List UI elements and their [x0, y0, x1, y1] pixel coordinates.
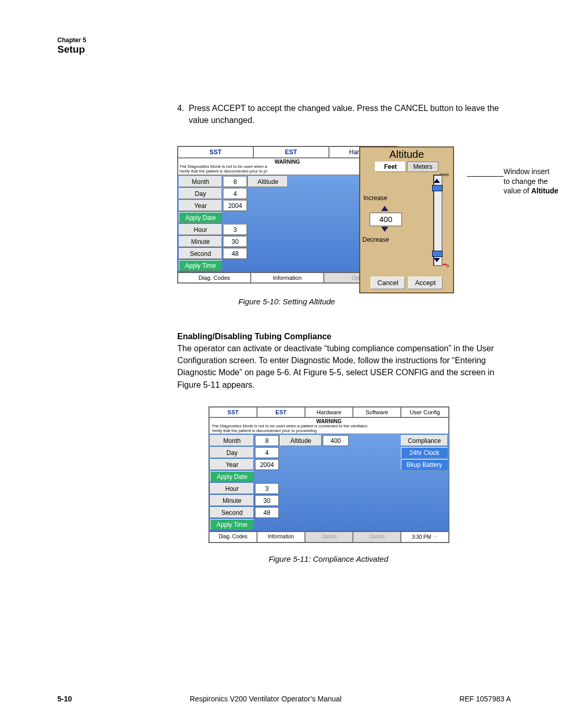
tab2-hardware[interactable]: Hardware — [305, 407, 353, 417]
diag-screen-2: SST EST Hardware Software User Config WA… — [209, 406, 449, 544]
label2-year: Year — [210, 459, 254, 470]
value2-minute[interactable]: 30 — [255, 495, 279, 506]
altitude-slider[interactable]: 9999 0 — [427, 172, 448, 268]
decrease-label: Decrease — [362, 236, 389, 243]
label-month: Month — [179, 176, 222, 187]
figure-5-11: SST EST Hardware Software User Config WA… — [209, 406, 511, 564]
accept-button[interactable]: Accept — [408, 277, 443, 289]
label-year: Year — [179, 200, 222, 211]
tab2-sst[interactable]: SST — [209, 407, 257, 417]
step-number: 4. — [177, 102, 189, 126]
value-hour[interactable]: 3 — [223, 224, 247, 235]
tab2-user-config[interactable]: User Config — [401, 407, 449, 417]
subhead-tubing-compliance: Enabling/Disabling Tubing Compliance — [177, 332, 511, 341]
value2-altitude[interactable]: 400 — [323, 435, 349, 446]
label2-hour: Hour — [210, 483, 254, 494]
slider-down-arrow-icon[interactable] — [434, 258, 440, 262]
bottom2-tab-option-1: Option — [305, 532, 353, 542]
slider-up-arrow-icon[interactable] — [434, 179, 440, 183]
label2-minute: Minute — [210, 495, 254, 506]
value-year[interactable]: 2004 — [223, 200, 247, 211]
label2-day: Day — [210, 447, 254, 458]
value2-day[interactable]: 4 — [255, 447, 279, 458]
bottom2-tab-diag-codes[interactable]: Diag. Codes — [209, 532, 257, 542]
tab2-est[interactable]: EST — [257, 407, 305, 417]
annotation-leader-line — [467, 176, 504, 177]
apply-date-button-2[interactable]: Apply Date — [210, 471, 254, 482]
slider-thumb-upper[interactable] — [432, 185, 443, 191]
label2-month: Month — [210, 435, 254, 446]
compliance-button[interactable]: Compliance — [401, 435, 448, 446]
value-month[interactable]: 8 — [223, 176, 247, 187]
bottom2-tab-option-2: Option — [353, 532, 401, 542]
cancel-button[interactable]: Cancel — [371, 277, 405, 289]
popup-title: Altitude — [360, 147, 453, 162]
altitude-popup: Altitude Feet Meters Increase 400 Decrea… — [359, 146, 454, 293]
altitude-button[interactable]: Altitude — [248, 176, 288, 187]
figure-5-10: Window insert to change the value of Alt… — [177, 146, 511, 306]
label-hour: Hour — [179, 224, 222, 235]
bottom-tab-information[interactable]: Information — [251, 273, 324, 283]
apply-time-button-2[interactable]: Apply Time — [210, 519, 254, 530]
altitude-button-2[interactable]: Altitude — [280, 435, 322, 446]
chapter-label: Chapter 5 — [57, 36, 511, 44]
value2-hour[interactable]: 3 — [255, 483, 279, 494]
apply-date-button[interactable]: Apply Date — [179, 212, 222, 223]
backup-battery-button[interactable]: Bkup Battery — [401, 459, 448, 470]
footer-center: Respironics V200 Ventilator Operator’s M… — [190, 695, 341, 703]
bottom2-tab-information[interactable]: Information — [257, 532, 305, 542]
value2-year[interactable]: 2004 — [255, 459, 279, 470]
diag-screen-1: SST EST Hardware WARNING The Diagnostics… — [177, 146, 397, 283]
tab-sst[interactable]: SST — [178, 146, 253, 158]
annotation-text: Window insert to change the value of Alt… — [504, 167, 563, 195]
clock-24hr-button[interactable]: 24hr Clock — [401, 447, 448, 458]
step-text: Press ACCEPT to accept the changed value… — [189, 102, 511, 126]
para-tubing-compliance: The operator can activate or deactivate … — [177, 342, 511, 391]
bottom-tab-diag-codes[interactable]: Diag. Codes — [178, 273, 251, 283]
unit-meters-button[interactable]: Meters — [407, 162, 438, 172]
increase-label: Increase — [363, 194, 387, 202]
label2-second: Second — [210, 507, 254, 518]
label-second: Second — [179, 248, 222, 259]
decrease-arrow-icon[interactable] — [381, 227, 388, 232]
increase-arrow-icon[interactable] — [381, 206, 388, 211]
tab2-software[interactable]: Software — [353, 407, 401, 417]
altitude-value[interactable]: 400 — [370, 213, 402, 226]
apply-time-button[interactable]: Apply Time — [179, 260, 222, 271]
figure-caption-2: Figure 5-11: Compliance Activated — [209, 554, 448, 563]
footer-ref: REF 1057983 A — [459, 695, 511, 703]
page-title: Setup — [57, 44, 511, 55]
value-day[interactable]: 4 — [223, 188, 247, 199]
value2-month[interactable]: 8 — [255, 435, 279, 446]
slider-min-label: 0 — [447, 264, 449, 268]
slider-thumb-lower[interactable] — [432, 251, 443, 257]
hand-icon: ☞ — [433, 534, 438, 540]
label-minute: Minute — [179, 236, 222, 247]
value-second[interactable]: 48 — [223, 248, 247, 259]
page-number: 5-10 — [57, 695, 72, 703]
value-minute[interactable]: 30 — [223, 236, 247, 247]
figure-caption-1: Figure 5-10: Setting Altitude — [177, 297, 396, 306]
warning-bar-2: WARNING The Diagnostics Mode is not to b… — [209, 417, 449, 435]
tab-est[interactable]: EST — [253, 146, 329, 158]
value2-second[interactable]: 48 — [255, 507, 279, 518]
label-day: Day — [179, 188, 222, 199]
bottom2-time: 3:30 PM ☞ — [401, 532, 449, 542]
unit-feet-button[interactable]: Feet — [375, 162, 406, 172]
